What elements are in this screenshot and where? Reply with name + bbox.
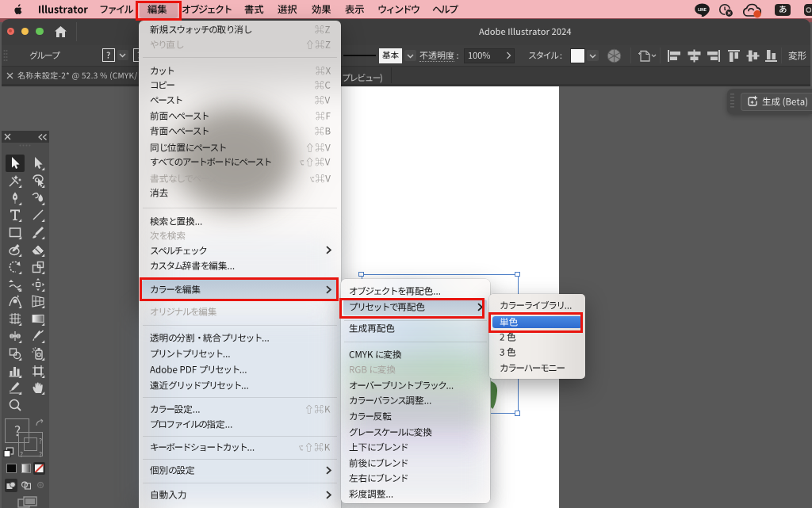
svg-text:LINE: LINE (698, 8, 706, 12)
